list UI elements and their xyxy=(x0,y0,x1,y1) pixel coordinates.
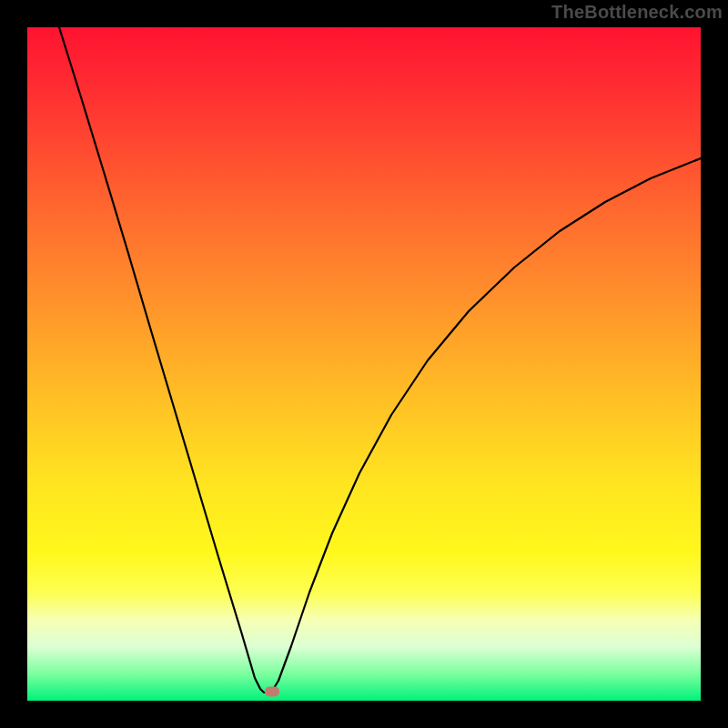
plot-area xyxy=(27,27,701,701)
minimum-marker xyxy=(265,687,279,697)
chart-frame: TheBottleneck.com xyxy=(0,0,728,728)
curve-svg xyxy=(27,27,701,701)
watermark-text: TheBottleneck.com xyxy=(551,2,723,23)
bottleneck-curve xyxy=(59,27,701,693)
